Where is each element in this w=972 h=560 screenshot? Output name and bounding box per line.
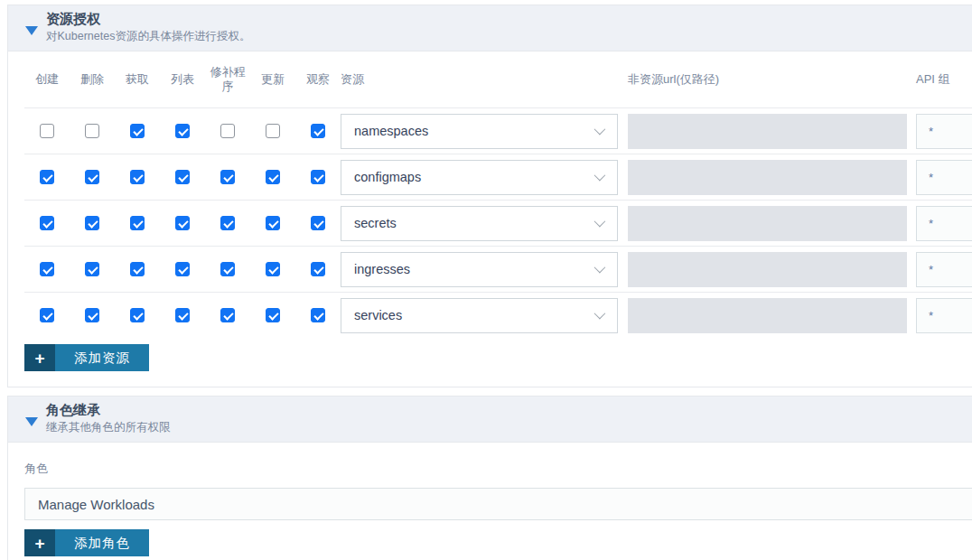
checkbox-create[interactable]	[40, 262, 54, 276]
checkbox-delete[interactable]	[85, 170, 99, 184]
section-title: 资源授权	[46, 11, 972, 27]
api-group-input[interactable]: *	[916, 206, 972, 241]
table-row: services *	[24, 292, 972, 338]
add-role-button[interactable]: + 添加角色	[24, 529, 149, 556]
api-group-input[interactable]: *	[916, 160, 972, 195]
checkbox-update[interactable]	[266, 170, 280, 184]
checkbox-get[interactable]	[130, 262, 145, 276]
checkbox-patch[interactable]	[220, 262, 235, 276]
resource-select[interactable]: ingresses	[341, 252, 618, 287]
checkbox-update[interactable]	[266, 216, 280, 230]
chevron-down-icon	[594, 215, 606, 227]
checkbox-delete[interactable]	[85, 124, 99, 138]
resource-select[interactable]: namespaces	[341, 114, 618, 149]
table-row: ingresses *	[24, 246, 972, 292]
checkbox-delete[interactable]	[85, 216, 99, 230]
checkbox-create[interactable]	[40, 124, 54, 138]
resource-select-value: secrets	[354, 216, 397, 230]
non-resource-url-input	[628, 160, 907, 195]
table-row: configmaps *	[24, 154, 972, 200]
checkbox-watch[interactable]	[311, 170, 325, 184]
checkbox-list[interactable]	[175, 262, 190, 276]
checkbox-watch[interactable]	[311, 124, 325, 138]
role-input-value: Manage Workloads	[38, 497, 154, 512]
non-resource-url-input	[628, 298, 907, 333]
checkbox-get[interactable]	[130, 216, 145, 230]
add-resource-button[interactable]: + 添加资源	[24, 344, 149, 371]
checkbox-list[interactable]	[175, 124, 190, 138]
plus-icon: +	[24, 344, 55, 371]
section-subtitle: 继承其他角色的所有权限	[46, 420, 972, 435]
checkbox-delete[interactable]	[85, 308, 99, 322]
col-header-patch: 修补程序	[205, 65, 250, 95]
col-header-non-resource-url: 非资源url(仅路径)	[628, 72, 907, 87]
checkbox-watch[interactable]	[311, 262, 325, 276]
checkbox-update[interactable]	[266, 262, 280, 276]
checkbox-patch[interactable]	[220, 170, 235, 184]
col-header-delete: 删除	[70, 72, 115, 87]
section-subtitle: 对Kubernetes资源的具体操作进行授权。	[46, 29, 972, 44]
resource-select-value: configmaps	[354, 170, 421, 184]
checkbox-get[interactable]	[130, 170, 145, 184]
api-group-input[interactable]: *	[916, 252, 972, 287]
non-resource-url-input	[628, 252, 907, 287]
plus-icon: +	[24, 529, 55, 556]
checkbox-patch[interactable]	[220, 216, 235, 230]
checkbox-create[interactable]	[40, 216, 54, 230]
add-role-button-label: 添加角色	[55, 529, 149, 556]
resource-select[interactable]: configmaps	[341, 160, 618, 195]
chevron-down-icon	[594, 123, 606, 135]
api-group-input[interactable]: *	[916, 298, 972, 333]
col-header-update: 更新	[250, 72, 295, 87]
chevron-down-icon	[594, 169, 606, 181]
role-inheritance-section: 角色继承 继承其他角色的所有权限 角色 Manage Workloads + 添…	[7, 396, 972, 560]
col-header-list: 列表	[160, 72, 205, 87]
checkbox-watch[interactable]	[311, 308, 325, 322]
non-resource-url-input	[628, 114, 907, 149]
add-resource-button-label: 添加资源	[55, 344, 149, 371]
checkbox-create[interactable]	[40, 170, 54, 184]
checkbox-list[interactable]	[175, 308, 190, 322]
checkbox-watch[interactable]	[311, 216, 325, 230]
chevron-down-icon	[594, 261, 606, 273]
collapse-triangle-icon[interactable]	[25, 417, 38, 426]
api-group-input[interactable]: *	[916, 114, 972, 149]
checkbox-get[interactable]	[130, 308, 145, 322]
section-title: 角色继承	[46, 402, 972, 418]
col-header-api-group: API 组	[916, 72, 972, 87]
resource-select-value: ingresses	[354, 262, 410, 276]
checkbox-delete[interactable]	[85, 262, 99, 276]
col-header-resource: 资源	[341, 72, 618, 87]
checkbox-patch[interactable]	[220, 308, 235, 322]
checkbox-get[interactable]	[130, 124, 145, 138]
role-inheritance-header: 角色继承 继承其他角色的所有权限	[8, 397, 972, 443]
role-input[interactable]: Manage Workloads	[24, 488, 972, 520]
table-row: secrets *	[24, 200, 972, 246]
resource-select[interactable]: services	[341, 298, 618, 333]
table-row: namespaces *	[24, 107, 972, 154]
resource-select-value: namespaces	[354, 124, 428, 138]
col-header-create: 创建	[24, 72, 70, 87]
non-resource-url-input	[628, 206, 907, 241]
checkbox-update[interactable]	[266, 308, 280, 322]
chevron-down-icon	[594, 307, 606, 319]
checkbox-create[interactable]	[40, 308, 54, 322]
checkbox-list[interactable]	[175, 216, 190, 230]
checkbox-patch[interactable]	[220, 124, 235, 138]
col-header-watch: 观察	[295, 72, 341, 87]
resource-authorization-header: 资源授权 对Kubernetes资源的具体操作进行授权。	[8, 5, 972, 51]
collapse-triangle-icon[interactable]	[25, 26, 38, 35]
resource-authorization-section: 资源授权 对Kubernetes资源的具体操作进行授权。 创建 删除 获取 列表…	[7, 5, 972, 387]
resource-select-value: services	[354, 308, 402, 322]
checkbox-list[interactable]	[175, 170, 190, 184]
checkbox-update[interactable]	[266, 124, 280, 138]
resource-select[interactable]: secrets	[341, 206, 618, 241]
role-field-label: 角色	[24, 461, 972, 477]
col-header-get: 获取	[115, 72, 160, 87]
permissions-table-header: 创建 删除 获取 列表 修补程序 更新 观察 资源 非资源url(仅路径) AP…	[24, 51, 972, 107]
